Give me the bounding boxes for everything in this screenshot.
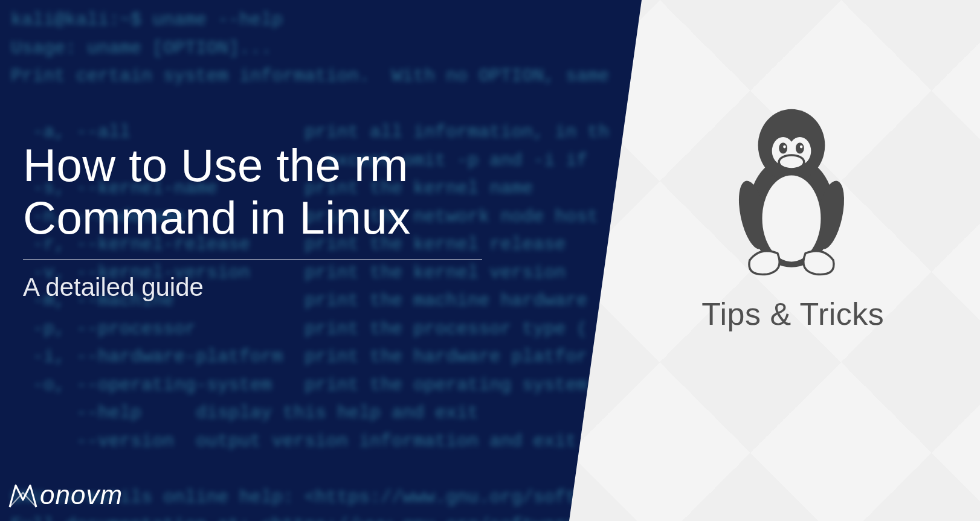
tips-and-tricks-label: Tips & Tricks xyxy=(701,296,884,332)
banner-root: kali@kali:~$ uname --help Usage: uname [… xyxy=(0,0,980,521)
svg-point-11 xyxy=(779,155,804,169)
svg-point-7 xyxy=(779,142,787,153)
svg-point-9 xyxy=(783,145,786,149)
title-block: How to Use the rm Command in Linux A det… xyxy=(23,139,494,302)
left-panel: kali@kali:~$ uname --help Usage: uname [… xyxy=(0,0,628,521)
right-panel: Tips & Tricks xyxy=(569,0,980,521)
logo-mark-icon xyxy=(8,482,37,508)
svg-point-4 xyxy=(762,175,821,261)
title-divider xyxy=(23,259,482,260)
svg-point-8 xyxy=(796,142,804,153)
svg-point-10 xyxy=(800,145,803,149)
title-line-2: Command in Linux xyxy=(23,192,411,243)
brand-logo: onovm xyxy=(8,480,123,510)
logo-text: onovm xyxy=(40,480,123,510)
tux-icon xyxy=(707,97,876,280)
subtitle: A detailed guide xyxy=(23,273,494,302)
title-line-1: How to Use the rm xyxy=(23,139,408,191)
main-title: How to Use the rm Command in Linux xyxy=(23,139,494,245)
